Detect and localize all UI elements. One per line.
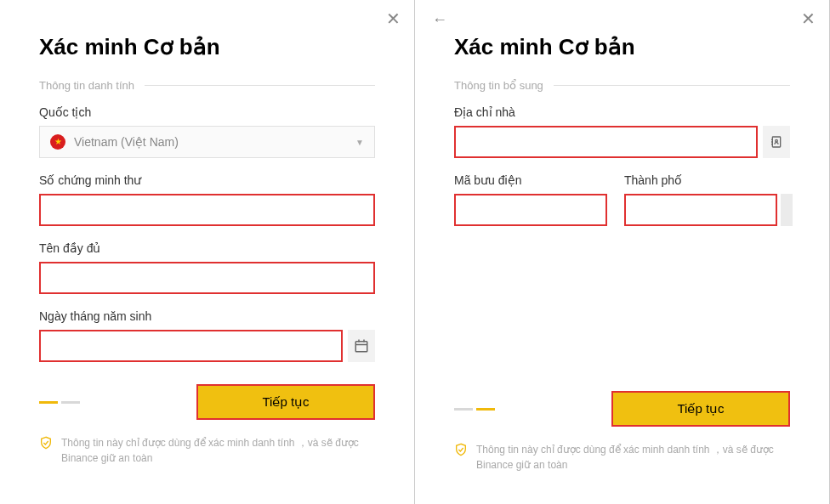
nationality-label: Quốc tịch bbox=[39, 105, 375, 119]
section-label: Thông tin danh tính bbox=[39, 79, 134, 92]
bottom-row: Tiếp tục bbox=[39, 384, 375, 420]
id-number-input[interactable] bbox=[39, 194, 375, 226]
address-input[interactable] bbox=[454, 126, 758, 158]
section-label: Thông tin bổ sung bbox=[454, 79, 543, 92]
city-label: Thành phố bbox=[624, 173, 793, 187]
divider bbox=[145, 85, 375, 86]
footer: Thông tin này chỉ được dùng để xác minh … bbox=[454, 442, 790, 473]
footer-text: Thông tin này chỉ được dùng để xác minh … bbox=[61, 435, 375, 466]
progress-step-1 bbox=[454, 408, 473, 411]
city-field: Thành phố bbox=[624, 173, 793, 226]
verification-panel-step-1: ✕ Xác minh Cơ bản Thông tin danh tính Qu… bbox=[0, 0, 415, 504]
back-icon[interactable]: ← bbox=[432, 12, 447, 27]
page-title: Xác minh Cơ bản bbox=[454, 34, 790, 60]
footer-text: Thông tin này chỉ được dùng để xác minh … bbox=[476, 442, 790, 473]
address-book-icon[interactable] bbox=[763, 126, 790, 158]
fullname-field: Tên đầy đủ bbox=[39, 241, 375, 294]
vietnam-flag-icon: ★ bbox=[50, 134, 65, 150]
progress-indicator bbox=[39, 401, 80, 404]
fullname-label: Tên đầy đủ bbox=[39, 241, 375, 255]
id-number-field: Số chứng minh thư bbox=[39, 173, 375, 226]
nationality-field: Quốc tịch ★ Vietnam (Việt Nam) ▼ bbox=[39, 105, 375, 158]
nationality-select[interactable]: ★ Vietnam (Việt Nam) ▼ bbox=[39, 126, 375, 158]
close-icon[interactable]: ✕ bbox=[386, 10, 401, 27]
nationality-value: Vietnam (Việt Nam) bbox=[74, 135, 355, 149]
svg-point-8 bbox=[776, 139, 778, 142]
continue-button[interactable]: Tiếp tục bbox=[196, 384, 375, 420]
address-label: Địa chỉ nhà bbox=[454, 105, 790, 119]
close-icon[interactable]: ✕ bbox=[801, 10, 816, 27]
fullname-input[interactable] bbox=[39, 262, 375, 294]
city-suffix-box bbox=[781, 194, 793, 226]
bottom-row: Tiếp tục bbox=[454, 391, 790, 427]
progress-step-2 bbox=[476, 408, 495, 411]
section-header: Thông tin danh tính bbox=[39, 79, 375, 92]
postal-field: Mã bưu điện bbox=[454, 173, 607, 226]
progress-step-1 bbox=[39, 401, 58, 404]
page-title: Xác minh Cơ bản bbox=[39, 34, 375, 60]
divider bbox=[554, 85, 790, 86]
shield-icon bbox=[39, 436, 53, 453]
address-field: Địa chỉ nhà bbox=[454, 105, 790, 158]
footer: Thông tin này chỉ được dùng để xác minh … bbox=[39, 435, 375, 466]
verification-panel-step-2: ← ✕ Xác minh Cơ bản Thông tin bổ sung Đị… bbox=[415, 0, 830, 504]
svg-rect-0 bbox=[355, 342, 367, 352]
postal-label: Mã bưu điện bbox=[454, 173, 607, 187]
dob-field: Ngày tháng năm sinh bbox=[39, 309, 375, 362]
city-input[interactable] bbox=[624, 194, 777, 226]
progress-step-2 bbox=[61, 401, 80, 404]
id-number-label: Số chứng minh thư bbox=[39, 173, 375, 187]
postal-input[interactable] bbox=[454, 194, 607, 226]
dob-label: Ngày tháng năm sinh bbox=[39, 309, 375, 323]
shield-icon bbox=[454, 443, 468, 460]
progress-indicator bbox=[454, 408, 495, 411]
dob-input[interactable] bbox=[39, 330, 343, 362]
continue-button[interactable]: Tiếp tục bbox=[611, 391, 790, 427]
calendar-icon[interactable] bbox=[348, 330, 375, 362]
section-header: Thông tin bổ sung bbox=[454, 79, 790, 92]
chevron-down-icon: ▼ bbox=[355, 138, 364, 147]
continue-label: Tiếp tục bbox=[677, 401, 724, 416]
continue-label: Tiếp tục bbox=[262, 394, 309, 410]
